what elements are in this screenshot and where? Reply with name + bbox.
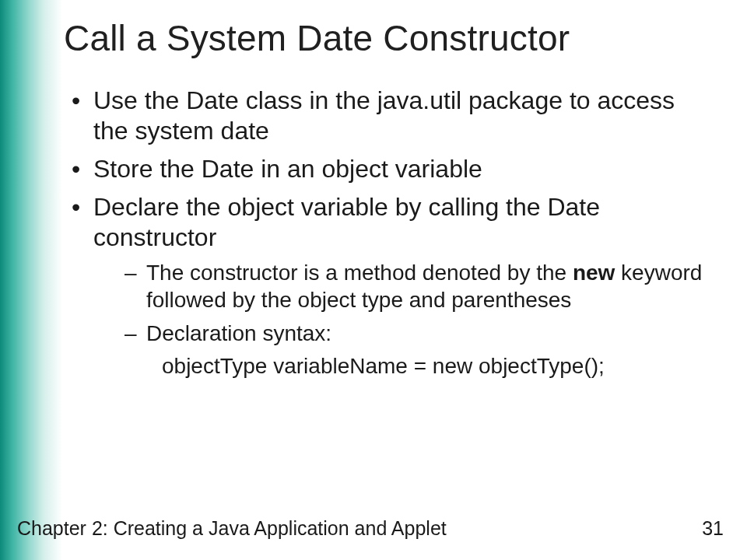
bullet-text: Use the Date class in the java.util pack… xyxy=(93,86,675,145)
bullet-text: Declare the object variable by calling t… xyxy=(93,193,600,251)
page-number: 31 xyxy=(702,517,724,540)
main-bullet-list: Use the Date class in the java.util pack… xyxy=(64,86,708,380)
slide-content: Call a System Date Constructor Use the D… xyxy=(54,0,731,560)
keyword-bold: new xyxy=(573,261,615,285)
slide-footer: Chapter 2: Creating a Java Application a… xyxy=(17,517,724,540)
sub-bullet-item: The constructor is a method denoted by t… xyxy=(124,259,708,313)
bullet-item: Use the Date class in the java.util pack… xyxy=(72,86,708,146)
chapter-label: Chapter 2: Creating a Java Application a… xyxy=(17,517,447,540)
code-syntax-line: objectType variableName = new objectType… xyxy=(93,353,708,380)
slide-title: Call a System Date Constructor xyxy=(64,17,708,59)
sub-bullet-text-pre: The constructor is a method denoted by t… xyxy=(146,261,573,285)
sub-bullet-text: Declaration syntax: xyxy=(146,321,331,345)
decorative-gradient-bar xyxy=(0,0,62,560)
bullet-item: Store the Date in an object variable xyxy=(72,154,708,184)
sub-bullet-list: The constructor is a method denoted by t… xyxy=(93,259,708,347)
bullet-text: Store the Date in an object variable xyxy=(93,155,482,183)
bullet-item: Declare the object variable by calling t… xyxy=(72,192,708,380)
sub-bullet-item: Declaration syntax: xyxy=(124,320,708,347)
